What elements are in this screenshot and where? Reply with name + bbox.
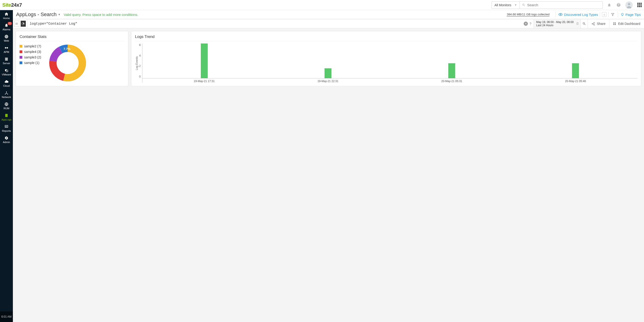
monitor-select[interactable]: All Monitors ▼ — [492, 2, 520, 8]
sidebar-item-apm[interactable]: APM — [0, 44, 13, 55]
legend-item[interactable]: sample4 (3) — [20, 50, 41, 54]
sidebar-item-vmware[interactable]: VMware — [0, 66, 13, 78]
brand-logo[interactable]: Site24x7 — [2, 2, 22, 8]
sidebar-item-rum[interactable]: RUM — [0, 100, 13, 112]
donut-chart[interactable]: 7.7% — [48, 44, 87, 82]
x-tick: 19-May-21 17:31 — [194, 80, 214, 83]
sidebar-item-reports[interactable]: Reports — [0, 123, 13, 134]
page-tips-link[interactable]: Page Tips — [621, 13, 641, 16]
bar[interactable] — [572, 63, 579, 78]
discovered-log-types-link[interactable]: Discovered Log Types — [558, 12, 598, 16]
page-title-text: AppLogs - Search — [16, 12, 56, 18]
bar[interactable] — [324, 68, 332, 78]
x-tick: 19-May-21 22:31 — [318, 80, 338, 83]
legend-item[interactable]: sample (1) — [20, 61, 41, 65]
svg-rect-6 — [5, 60, 8, 60]
bar-column — [390, 44, 514, 78]
chevron-down-icon: ▼ — [58, 13, 60, 16]
logs-collected-label[interactable]: 384.66 MB/11 GB logs collected — [507, 13, 550, 16]
sidebar-item-cloud[interactable]: Cloud — [0, 78, 13, 89]
legend-label: sample2 (7) — [24, 44, 41, 48]
panel-title: Container Stats — [20, 34, 124, 41]
sidebar-item-home[interactable]: Home — [0, 10, 13, 22]
x-tick: 20-May-21 05:31 — [441, 80, 462, 83]
share-button[interactable]: Share — [588, 19, 609, 28]
svg-rect-4 — [5, 58, 8, 58]
page-header: AppLogs - Search ▼ Valid query. Press sp… — [13, 10, 644, 19]
chart-view-toggle[interactable] — [21, 21, 26, 27]
bar-chart[interactable]: Log Events 6420 19-May-21 17:3119-May-21… — [135, 44, 637, 83]
page-title[interactable]: AppLogs - Search ▼ — [16, 12, 60, 18]
bar[interactable] — [201, 44, 208, 78]
date-range-picker[interactable]: May 19, 06:00 - May 20, 06:00 Last 24 Ho… — [534, 19, 581, 28]
top-icon-row — [607, 2, 642, 9]
sidebar-item-web[interactable]: Web — [0, 33, 13, 44]
sidebar-item-applogs[interactable]: AppLogs — [0, 112, 13, 123]
x-axis-ticks: 19-May-21 17:3119-May-21 22:3120-May-21 … — [142, 80, 637, 83]
sidebar-item-label: Web — [4, 39, 9, 42]
global-search[interactable] — [520, 3, 602, 7]
sidebar-item-label: Cloud — [3, 84, 10, 87]
eye-icon — [558, 12, 562, 16]
sidebar-item-label: Home — [3, 17, 10, 20]
legend-swatch — [20, 45, 22, 48]
grid-icon — [613, 22, 616, 25]
svg-point-17 — [594, 22, 595, 23]
svg-point-7 — [6, 91, 7, 92]
search-input[interactable] — [525, 3, 600, 7]
bar-column — [514, 44, 637, 78]
sidebar-item-label: AppLogs — [2, 118, 11, 121]
legend-item[interactable]: sample2 (7) — [20, 44, 41, 48]
svg-rect-23 — [615, 24, 616, 25]
query-input[interactable]: logtype="Container Log" — [27, 19, 522, 28]
sidebar-item-admin[interactable]: Admin — [0, 134, 13, 145]
sidebar-item-label: Alarms — [2, 28, 10, 31]
legend-item[interactable]: sample3 (2) — [20, 56, 41, 59]
funnel-icon[interactable] — [610, 12, 615, 17]
query-help-icon[interactable]: ? — [530, 22, 532, 26]
svg-point-2 — [5, 47, 6, 48]
content-area: AppLogs - Search ▼ Valid query. Press sp… — [13, 10, 644, 322]
edit-dashboard-button[interactable]: Edit Dashboard — [609, 19, 644, 28]
date-range-top: May 19, 06:00 - May 20, 06:00 — [536, 20, 574, 24]
sidebar-item-label: APM — [4, 50, 9, 53]
plot-area: 19-May-21 17:3119-May-21 22:3120-May-21 … — [142, 44, 637, 83]
sidebar-item-server[interactable]: Server — [0, 55, 13, 66]
notifications-icon[interactable] — [607, 3, 612, 7]
bar-column — [266, 44, 390, 78]
share-icon — [592, 22, 595, 26]
help-icon[interactable] — [616, 3, 621, 7]
monitor-search-box: All Monitors ▼ — [492, 2, 603, 9]
page-tips-text: Page Tips — [625, 13, 641, 16]
pie-icon — [22, 22, 24, 25]
query-status-message: Valid query. Press space to add more con… — [64, 13, 138, 16]
y-tick: 0 — [139, 75, 141, 78]
legend-label: sample (1) — [24, 61, 39, 65]
svg-rect-11 — [5, 114, 8, 117]
bar-column — [142, 44, 266, 78]
share-label: Share — [597, 22, 605, 26]
avatar[interactable] — [625, 2, 633, 9]
bar[interactable] — [448, 63, 455, 78]
list-view-toggle[interactable] — [14, 21, 19, 27]
apps-icon[interactable] — [637, 3, 642, 7]
query-bar: logtype="Container Log" ✕ ? May 19, 06:0… — [13, 19, 644, 28]
brand-part1: Site — [2, 2, 11, 8]
home-pin-button[interactable]: ⌂ — [602, 12, 606, 17]
run-query-button[interactable] — [581, 19, 588, 28]
panels-row: Container Stats sample2 (7)sample4 (3)sa… — [13, 28, 644, 89]
legend-swatch — [20, 62, 22, 64]
chevron-down-icon: ▼ — [514, 4, 517, 6]
panel-title: Logs Trend — [135, 34, 637, 41]
svg-point-19 — [594, 24, 595, 25]
x-tick: 20-May-21 05:46 — [565, 80, 586, 83]
donut-slice[interactable] — [49, 61, 65, 81]
svg-point-3 — [7, 47, 8, 48]
sidebar-item-alarms[interactable]: 31 Alarms — [0, 22, 13, 33]
svg-point-15 — [16, 24, 16, 24]
y-axis-label: Log Events — [135, 56, 138, 70]
sidebar-item-label: RUM — [4, 107, 9, 110]
list-icon — [16, 22, 18, 25]
sidebar-item-network[interactable]: Network — [0, 89, 13, 100]
clear-query-button[interactable]: ✕ — [524, 22, 528, 26]
